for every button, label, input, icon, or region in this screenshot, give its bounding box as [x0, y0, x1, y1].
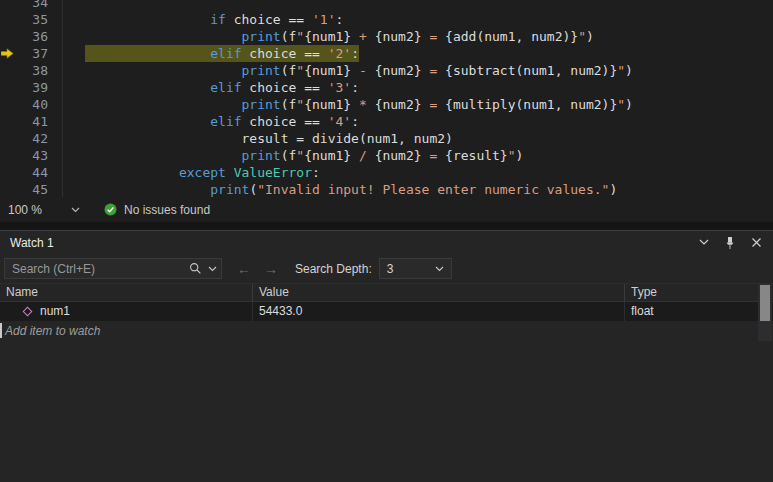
scrollbar-thumb[interactable] — [760, 285, 770, 321]
breakpoint-margin[interactable] — [0, 96, 18, 113]
watch-rows: num154433.0float — [0, 302, 773, 321]
code-line-44[interactable]: 44 except ValueError: — [0, 164, 773, 181]
breakpoint-margin[interactable] — [0, 164, 18, 181]
add-watch-row[interactable]: Add item to watch — [0, 321, 773, 340]
vertical-scrollbar[interactable] — [758, 283, 772, 341]
code-editor[interactable]: 3435 if choice == '1':36 print(f"{num1} … — [0, 0, 773, 197]
watch-row[interactable]: num154433.0float — [0, 302, 773, 321]
line-number: 45 — [18, 181, 48, 197]
code-line-38[interactable]: 38 print(f"{num1} - {num2} = {subtract(n… — [0, 62, 773, 79]
watch-cell-name[interactable]: num1 — [0, 302, 252, 321]
zoom-level: 100 % — [8, 203, 42, 217]
code-content: elif choice == '4': — [85, 113, 773, 130]
code-token: : — [351, 46, 359, 61]
code-token: (f — [281, 63, 297, 78]
glyph-margin — [48, 113, 85, 130]
code-line-36[interactable]: 36 print(f"{num1} + {num2} = {add(num1, … — [0, 28, 773, 45]
glyph-margin — [48, 28, 85, 45]
code-token: '1' — [312, 12, 335, 27]
breakpoint-margin[interactable] — [0, 147, 18, 164]
code-text: if choice == '1': — [85, 11, 343, 28]
code-token: " — [296, 148, 304, 163]
code-token: ) — [625, 63, 633, 78]
code-text: result = divide(num1, num2) — [85, 130, 453, 147]
code-token: {subtract(num1, num2)} — [445, 63, 617, 78]
code-line-43[interactable]: 43 print(f"{num1} / {num2} = {result}") — [0, 147, 773, 164]
search-icon[interactable] — [189, 262, 202, 275]
close-icon — [751, 237, 762, 248]
code-content: print(f"{num1} * {num2} = {multiply(num1… — [85, 96, 773, 113]
close-button[interactable] — [749, 236, 763, 250]
code-token: (f — [281, 148, 297, 163]
add-watch-label: Add item to watch — [5, 324, 100, 338]
line-number: 38 — [18, 62, 48, 79]
text-caret — [0, 323, 2, 338]
breakpoint-margin[interactable] — [0, 79, 18, 96]
code-token: " — [578, 29, 586, 44]
code-line-42[interactable]: 42 result = divide(num1, num2) — [0, 130, 773, 147]
code-lines: 3435 if choice == '1':36 print(f"{num1} … — [0, 0, 773, 197]
code-text: print(f"{num1} - {num2} = {subtract(num1… — [85, 62, 633, 79]
code-token: choice == — [242, 80, 328, 95]
code-content: print("Invalid input! Please enter numer… — [85, 181, 773, 197]
search-depth-value: 3 — [387, 262, 394, 276]
chevron-down-icon[interactable] — [208, 266, 217, 272]
code-line-40[interactable]: 40 print(f"{num1} * {num2} = {multiply(n… — [0, 96, 773, 113]
search-placeholder: Search (Ctrl+E) — [12, 262, 95, 276]
breakpoint-margin[interactable] — [0, 181, 18, 197]
code-line-41[interactable]: 41 elif choice == '4': — [0, 113, 773, 130]
code-line-45[interactable]: 45 print("Invalid input! Please enter nu… — [0, 181, 773, 197]
check-circle-icon — [104, 203, 117, 216]
window-position-button[interactable] — [697, 236, 711, 250]
code-line-39[interactable]: 39 elif choice == '3': — [0, 79, 773, 96]
code-token: print — [210, 182, 249, 197]
current-statement-arrow-icon[interactable] — [0, 45, 18, 62]
glyph-margin — [48, 0, 85, 11]
panel-splitter[interactable] — [0, 222, 773, 230]
column-header-value[interactable]: Value — [252, 284, 624, 301]
code-content: print(f"{num1} / {num2} = {result}") — [85, 147, 773, 164]
breakpoint-margin[interactable] — [0, 113, 18, 130]
column-header-name[interactable]: Name — [0, 284, 252, 301]
zoom-control[interactable]: 100 % — [8, 203, 80, 217]
code-token: except — [179, 165, 234, 180]
search-depth-select[interactable]: 3 — [379, 258, 452, 279]
code-token: : — [351, 114, 359, 129]
code-content: print(f"{num1} - {num2} = {subtract(num1… — [85, 62, 773, 79]
search-input[interactable]: Search (Ctrl+E) — [4, 258, 222, 279]
breakpoint-margin[interactable] — [0, 28, 18, 45]
code-token: result = divide(num1, num2) — [242, 131, 453, 146]
code-line-34[interactable]: 34 — [0, 0, 773, 11]
breakpoint-margin[interactable] — [0, 11, 18, 28]
code-content: if choice == '1': — [85, 11, 773, 28]
glyph-margin — [48, 79, 85, 96]
code-token: " — [617, 63, 625, 78]
glyph-margin — [48, 45, 85, 62]
search-depth-label: Search Depth: — [295, 262, 372, 276]
code-token: '2' — [328, 46, 351, 61]
code-token: ValueError — [234, 165, 312, 180]
line-number: 42 — [18, 130, 48, 147]
search-previous-button[interactable]: ← — [237, 262, 251, 276]
code-line-35[interactable]: 35 if choice == '1': — [0, 11, 773, 28]
breakpoint-margin[interactable] — [0, 130, 18, 147]
panel-title: Watch 1 — [10, 236, 54, 250]
column-header-type[interactable]: Type — [624, 284, 773, 301]
code-token: ) — [586, 29, 594, 44]
variable-name: num1 — [40, 302, 70, 321]
code-token: = — [422, 29, 445, 44]
ide-window: 3435 if choice == '1':36 print(f"{num1} … — [0, 0, 773, 482]
pin-button[interactable] — [723, 236, 737, 250]
search-next-button[interactable]: → — [264, 262, 278, 276]
chevron-down-icon — [435, 266, 444, 272]
code-text: except ValueError: — [85, 164, 320, 181]
watch-cell-value[interactable]: 54433.0 — [252, 302, 624, 321]
code-line-37[interactable]: 37 elif choice == '2': — [0, 45, 773, 62]
breakpoint-margin[interactable] — [0, 0, 18, 11]
code-token: + — [351, 29, 374, 44]
line-number: 43 — [18, 147, 48, 164]
breakpoint-margin[interactable] — [0, 62, 18, 79]
code-token: if — [210, 12, 226, 27]
code-token: choice == — [242, 46, 328, 61]
code-health-indicator[interactable]: No issues found — [104, 203, 210, 217]
